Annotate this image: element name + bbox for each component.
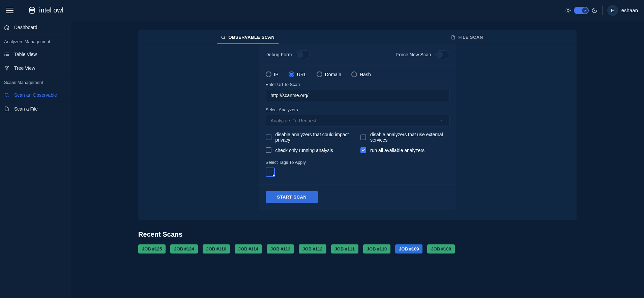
debug-form-label: Debug Form (266, 52, 292, 57)
radio-domain[interactable]: Domain (317, 71, 341, 77)
job-chip[interactable]: JOB #110 (363, 244, 390, 254)
recent-scans-title: Recent Scans (138, 231, 577, 238)
sidebar-item-tree-view[interactable]: Tree View (0, 61, 71, 75)
svg-line-21 (224, 38, 225, 39)
checkbox-external[interactable]: disable analyzers that use external serv… (360, 132, 449, 143)
sidebar-item-table-view[interactable]: Table View (0, 48, 71, 61)
radio-ip[interactable]: IP (266, 71, 279, 77)
job-chip[interactable]: JOB #111 (331, 244, 358, 254)
svg-point-0 (30, 9, 32, 10)
job-chip[interactable]: JOB #112 (299, 244, 326, 254)
list-icon (4, 52, 9, 57)
sidebar-item-label: Scan an Observable (14, 92, 57, 98)
sun-icon (565, 7, 571, 13)
theme-toggle[interactable] (574, 7, 589, 14)
svg-line-5 (566, 8, 566, 9)
main-content: OBSERVABLE SCAN FILE SCAN Debug Form (71, 21, 644, 298)
add-tag-button[interactable] (266, 168, 275, 177)
debug-form-toggle[interactable] (296, 50, 310, 59)
sidebar-section-analyzers: Analyzers Management (0, 34, 71, 48)
analyzers-select[interactable]: Analyzers To Request (266, 115, 449, 126)
search-icon (4, 92, 9, 98)
search-icon (221, 35, 226, 40)
radio-hash[interactable]: Hash (351, 71, 371, 77)
tab-file-scan[interactable]: FILE SCAN (357, 30, 577, 44)
svg-point-16 (5, 55, 5, 56)
top-header: intel owl E eshaan (0, 0, 644, 21)
chevron-down-icon (440, 119, 444, 123)
radio-url[interactable]: URL (289, 71, 306, 77)
svg-point-2 (567, 9, 569, 11)
scan-panel: OBSERVABLE SCAN FILE SCAN Debug Form (138, 30, 577, 220)
cursor-pointer-icon (271, 173, 277, 179)
force-scan-toggle[interactable] (435, 50, 449, 59)
job-chip[interactable]: JOB #108 (427, 244, 455, 254)
sidebar-item-scan-file[interactable]: Scan a File (0, 102, 71, 116)
svg-marker-17 (5, 66, 9, 70)
job-chip[interactable]: JOB #113 (267, 244, 294, 254)
user-menu[interactable]: E eshaan (607, 5, 638, 16)
file-icon (451, 35, 456, 40)
owl-icon (28, 6, 36, 15)
home-icon (4, 25, 9, 30)
start-scan-button[interactable]: START SCAN (266, 191, 318, 203)
checkbox-privacy[interactable]: disable analyzers that could impact priv… (266, 132, 355, 143)
hamburger-menu[interactable] (6, 8, 13, 13)
sidebar-item-label: Dashboard (14, 25, 37, 30)
sidebar: Dashboard Analyzers Management Table Vie… (0, 21, 71, 298)
moon-icon (591, 7, 597, 13)
scan-form-card: Debug Form Force New Scan IP URL (259, 44, 456, 210)
filter-icon (4, 65, 9, 71)
sidebar-item-dashboard[interactable]: Dashboard (0, 21, 71, 34)
tab-observable-scan[interactable]: OBSERVABLE SCAN (138, 30, 357, 44)
sidebar-item-label: Table View (14, 52, 37, 57)
job-chip[interactable]: JOB #125 (138, 244, 166, 254)
svg-point-1 (32, 9, 34, 10)
url-input[interactable] (266, 90, 449, 101)
file-icon (4, 106, 9, 112)
sidebar-item-scan-observable[interactable]: Scan an Observable (0, 88, 71, 102)
checkbox-run-all[interactable]: run all available analyzers (360, 147, 449, 153)
svg-point-14 (5, 53, 5, 53)
svg-line-6 (569, 12, 570, 12)
header-divider (602, 6, 603, 15)
logo-text: intel owl (39, 6, 63, 14)
user-avatar: E (607, 5, 618, 16)
job-chip[interactable]: JOB #124 (170, 244, 198, 254)
job-chip[interactable]: JOB #109 (395, 244, 422, 254)
sidebar-item-label: Scan a File (14, 106, 38, 112)
svg-line-9 (566, 12, 566, 12)
job-chip[interactable]: JOB #114 (235, 244, 262, 254)
svg-point-18 (5, 93, 8, 96)
job-chip[interactable]: JOB #116 (203, 244, 230, 254)
username-label: eshaan (621, 7, 638, 13)
force-scan-label: Force New Scan (396, 52, 431, 57)
select-analyzers-label: Select Analyzers (266, 107, 449, 112)
enter-url-label: Enter Url To Scan (266, 82, 449, 87)
svg-point-20 (222, 36, 225, 38)
app-logo[interactable]: intel owl (28, 6, 63, 15)
checkbox-running[interactable]: check only running analysis (266, 147, 355, 153)
select-tags-label: Select Tags To Apply (266, 160, 449, 165)
recent-scans-section: Recent Scans JOB #125JOB #124JOB #116JOB… (138, 231, 577, 254)
svg-line-19 (8, 96, 9, 97)
svg-line-10 (569, 8, 570, 9)
sidebar-item-label: Tree View (14, 65, 35, 71)
svg-point-15 (5, 54, 5, 54)
sidebar-section-scans: Scans Management (0, 75, 71, 88)
